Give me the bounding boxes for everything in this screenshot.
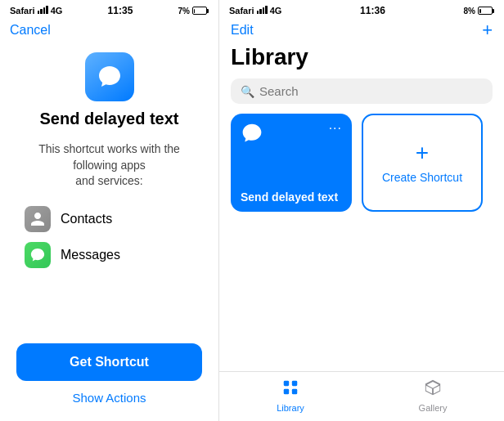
right-carrier-name: Safari [229, 6, 254, 16]
shortcut-icon [85, 52, 134, 101]
library-tab-icon [281, 378, 299, 401]
right-panel: Safari 4G 11:36 8% Edit + Library [219, 0, 504, 421]
left-carrier: Safari 4G [10, 6, 62, 16]
library-title: Library [219, 44, 504, 78]
right-nav: Edit + [219, 20, 504, 44]
right-status-bar: Safari 4G 11:36 8% [219, 0, 504, 20]
left-battery-icon [192, 7, 209, 15]
right-network-type: 4G [270, 6, 282, 16]
gallery-tab-label: Gallery [419, 403, 448, 413]
left-content: Send delayed text This shortcut works wi… [0, 44, 218, 330]
left-carrier-name: Safari [10, 6, 35, 16]
library-tab-label: Library [277, 403, 304, 413]
right-status-icons: 8% [464, 7, 494, 16]
tab-library[interactable]: Library [219, 372, 362, 421]
right-battery-icon [478, 7, 494, 15]
tab-gallery[interactable]: Gallery [362, 372, 504, 421]
shortcut-card-label: Send delayed text [241, 190, 342, 204]
contacts-icon [25, 206, 51, 232]
left-signal-bars [38, 6, 51, 16]
shortcut-name: Send delayed text [39, 110, 178, 128]
create-plus-icon: + [416, 141, 429, 164]
left-status-icons: 7% [178, 7, 209, 16]
card-more-icon[interactable]: ··· [329, 122, 342, 135]
card-header: ··· [241, 122, 342, 145]
gallery-tab-icon [424, 378, 442, 401]
left-panel: Safari 4G 11:35 7% Cancel [0, 0, 219, 421]
card-bubble-icon [241, 122, 263, 145]
right-signal-bars [257, 6, 268, 14]
svg-rect-2 [284, 389, 289, 394]
left-nav: Cancel [0, 20, 218, 44]
list-item: Contacts [25, 206, 194, 232]
left-status-bar: Safari 4G 11:35 7% [0, 0, 218, 20]
search-icon: 🔍 [241, 85, 254, 98]
right-carrier: Safari 4G [229, 6, 281, 16]
left-footer: Get Shortcut Show Actions [0, 330, 218, 421]
get-shortcut-button[interactable]: Get Shortcut [16, 343, 202, 381]
shortcuts-grid: ··· Send delayed text + Create Shortcut [219, 114, 504, 212]
svg-rect-1 [292, 381, 297, 386]
search-input[interactable] [259, 84, 483, 98]
messages-label: Messages [61, 248, 120, 262]
right-time: 11:36 [360, 5, 385, 16]
left-battery-percent: 7% [178, 7, 190, 16]
apps-list: Contacts Messages [16, 206, 202, 268]
list-item: Messages [25, 242, 194, 268]
left-time: 11:35 [108, 5, 133, 16]
shortcut-card[interactable]: ··· Send delayed text [231, 114, 352, 212]
messages-icon [25, 242, 51, 268]
shortcut-description: This shortcut works with the following a… [16, 141, 202, 190]
left-network-type: 4G [51, 6, 63, 16]
show-actions-button[interactable]: Show Actions [72, 391, 146, 405]
create-shortcut-card[interactable]: + Create Shortcut [362, 114, 483, 212]
bubble-icon [97, 64, 123, 90]
add-shortcut-button[interactable]: + [482, 21, 493, 39]
svg-rect-0 [284, 381, 289, 386]
right-battery-percent: 8% [464, 7, 475, 16]
contacts-label: Contacts [61, 212, 112, 226]
tab-bar: Library Gallery [219, 371, 504, 421]
svg-rect-3 [292, 389, 297, 394]
search-bar[interactable]: 🔍 [231, 78, 493, 104]
cancel-button[interactable]: Cancel [10, 23, 51, 38]
edit-button[interactable]: Edit [231, 23, 254, 38]
create-shortcut-label: Create Shortcut [382, 171, 462, 184]
